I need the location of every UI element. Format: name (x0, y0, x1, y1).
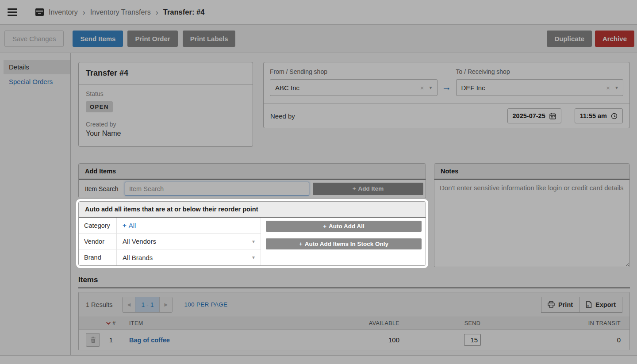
status-badge: OPEN (86, 101, 113, 112)
breadcrumb-inventory[interactable]: Inventory (49, 8, 78, 16)
export-button[interactable]: x Export (579, 297, 622, 313)
item-search-label: Item Search (79, 185, 125, 192)
available-value: 100 (315, 336, 399, 344)
top-bar: Inventory › Inventory Transfers › Transf… (0, 0, 637, 25)
notes-panel: Notes (434, 163, 630, 267)
export-file-icon: x (586, 301, 592, 308)
svg-text:x: x (587, 303, 589, 307)
page-footer (0, 355, 637, 364)
archive-button[interactable]: Archive (595, 31, 634, 47)
to-shop-label: To / Receiving shop (456, 68, 624, 75)
in-transit-value: 0 (545, 336, 629, 344)
add-items-header: Add Items (79, 164, 426, 180)
transfer-arrow-icon: → (437, 82, 456, 96)
save-changes-button[interactable]: Save Changes (4, 31, 64, 47)
breadcrumb-current-page: Transfer: #4 (163, 8, 205, 16)
column-number[interactable]: # (112, 320, 115, 326)
chevron-right-icon: › (155, 8, 159, 16)
vendor-label: Vendor (79, 234, 117, 249)
auto-add-in-stock-button[interactable]: +Auto Add Items In Stock Only (266, 238, 422, 249)
items-heading: Items (78, 276, 630, 288)
duplicate-button[interactable]: Duplicate (547, 31, 592, 47)
brand-select[interactable]: All Brands ▾ (117, 254, 261, 261)
shops-panel: From / Sending shop ABC Inc × ▾ → To / R… (263, 62, 630, 128)
created-by-label: Created by (86, 121, 246, 128)
item-search-input[interactable] (125, 182, 309, 195)
sidebar-item-special-orders[interactable]: Special Orders (4, 74, 70, 89)
transfer-title: Transfer #4 (79, 62, 253, 84)
table-row: 1 Bag of coffee 100 0 (79, 330, 629, 350)
caret-down-icon: ▾ (615, 84, 618, 91)
send-items-button[interactable]: Send Items (73, 31, 123, 47)
sidebar-item-details[interactable]: Details (4, 60, 70, 74)
need-by-date-button[interactable]: 2025-07-25 (507, 108, 561, 123)
print-button[interactable]: Print (541, 297, 579, 313)
sort-desc-icon[interactable] (106, 322, 111, 325)
auto-add-header: Auto add all items that are at or below … (79, 202, 426, 218)
breadcrumb-inventory-transfers[interactable]: Inventory Transfers (90, 8, 151, 16)
need-by-time-value: 11:55 am (580, 112, 607, 119)
plus-icon: + (299, 241, 303, 247)
main-area: Details Special Orders Transfer #4 Statu… (0, 53, 637, 355)
add-item-button[interactable]: +Add Item (313, 183, 423, 195)
row-number: 1 (101, 336, 121, 344)
printer-icon (548, 301, 555, 308)
pagination: ◀ 1 - 1 ▶ (122, 297, 173, 313)
transfer-details-panel: Transfer #4 Status OPEN Created by Your … (78, 62, 253, 147)
plus-icon: + (323, 223, 326, 230)
column-send[interactable]: SEND (399, 320, 545, 326)
from-shop-label: From / Sending shop (270, 68, 437, 75)
notes-header: Notes (434, 164, 629, 180)
column-in-transit[interactable]: IN TRANSIT (545, 320, 629, 326)
from-shop-value: ABC Inc (275, 84, 420, 92)
auto-add-panel: Auto add all items that are at or below … (78, 201, 426, 266)
delete-item-button[interactable] (86, 333, 100, 347)
category-label: Category (79, 218, 117, 233)
print-order-button[interactable]: Print Order (127, 31, 177, 47)
need-by-date-value: 2025-07-25 (513, 112, 545, 119)
items-section: Items 1 Results ◀ 1 - 1 ▶ 100 PER PAGE (78, 276, 630, 350)
page-range[interactable]: 1 - 1 (135, 297, 160, 312)
auto-add-all-button[interactable]: +Auto Add All (266, 221, 422, 232)
chevron-right-icon: › (82, 8, 86, 16)
items-table-header: # ITEM AVAILABLE SEND IN TRANSIT (79, 317, 629, 330)
send-quantity-input[interactable] (464, 334, 481, 346)
column-item[interactable]: ITEM (121, 320, 315, 326)
vendor-value: All Vendors (123, 238, 156, 245)
print-labels-button[interactable]: Print Labels (183, 31, 236, 47)
caret-down-icon: ▾ (429, 84, 432, 91)
need-by-label: Need by (270, 112, 507, 120)
caret-down-icon: ▾ (252, 238, 255, 245)
sidebar: Details Special Orders (0, 53, 71, 355)
caret-down-icon: ▾ (252, 254, 255, 261)
hamburger-menu-button[interactable] (0, 0, 25, 24)
status-label: Status (86, 90, 246, 97)
notes-textarea[interactable] (434, 180, 629, 267)
clear-icon[interactable]: × (606, 84, 610, 92)
results-count: 1 Results (86, 301, 112, 308)
plus-icon: + (123, 222, 127, 229)
item-link[interactable]: Bag of coffee (129, 337, 170, 344)
inventory-box-icon (35, 8, 44, 16)
column-available[interactable]: AVAILABLE (315, 320, 399, 326)
clear-icon[interactable]: × (420, 84, 424, 92)
to-shop-value: DEF Inc (461, 84, 606, 92)
next-page-button[interactable]: ▶ (160, 297, 172, 312)
prev-page-button[interactable]: ◀ (123, 297, 135, 312)
category-add-all-link[interactable]: +All (123, 222, 136, 229)
content: Transfer #4 Status OPEN Created by Your … (71, 53, 637, 355)
to-shop-select[interactable]: DEF Inc × ▾ (456, 79, 624, 96)
breadcrumb: Inventory › Inventory Transfers › Transf… (25, 0, 204, 24)
created-by-value: Your Name (86, 130, 246, 138)
calendar-icon (549, 113, 556, 119)
action-toolbar: Save Changes Send Items Print Order Prin… (0, 25, 637, 53)
from-shop-select[interactable]: ABC Inc × ▾ (270, 79, 437, 96)
brand-label: Brand (79, 249, 117, 265)
per-page-link[interactable]: 100 PER PAGE (184, 301, 227, 308)
need-by-time-button[interactable]: 11:55 am (575, 108, 623, 123)
add-items-panel: Add Items Item Search +Add Item (78, 163, 426, 198)
trash-icon (90, 337, 96, 343)
vendor-select[interactable]: All Vendors ▾ (117, 238, 261, 245)
clock-icon (611, 113, 618, 119)
plus-icon: + (353, 185, 356, 192)
